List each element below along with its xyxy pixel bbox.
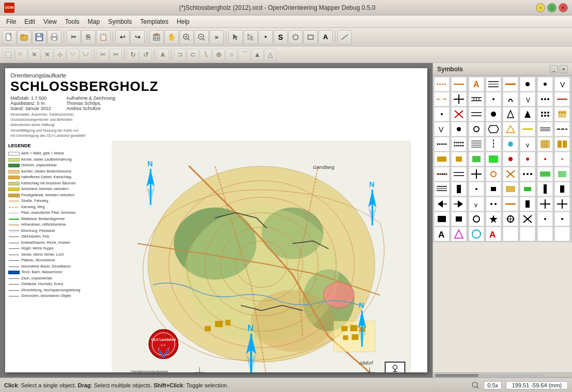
menu-symbols[interactable]: Symbols — [104, 17, 136, 26]
symbol-cell[interactable] — [434, 167, 450, 181]
tb2-rotate[interactable]: ↻ — [127, 49, 139, 61]
symbol-cell[interactable] — [486, 77, 501, 91]
symbol-cell[interactable] — [451, 167, 467, 181]
symbol-cell[interactable] — [469, 182, 484, 196]
menu-help[interactable]: Help — [173, 17, 194, 26]
symbol-cell[interactable] — [469, 167, 484, 181]
symbol-cell[interactable] — [486, 182, 501, 196]
symbol-cell[interactable] — [503, 77, 518, 91]
symbol-cell[interactable] — [451, 77, 467, 91]
tb2-btn4[interactable]: ✕ — [41, 49, 53, 61]
symbol-cell[interactable] — [434, 77, 450, 91]
redo-button[interactable]: ↪ — [130, 30, 145, 44]
symbol-cell[interactable] — [434, 152, 450, 166]
symbol-cell[interactable] — [554, 182, 570, 196]
symbol-cell[interactable] — [486, 167, 501, 181]
map-canvas[interactable]: Orientierungslaufkarte SCHLOSSBERGHOLZ M… — [0, 63, 432, 378]
tb2-close[interactable]: ○ — [225, 49, 238, 61]
symbol-cell[interactable] — [451, 152, 467, 166]
symbol-cell[interactable] — [451, 92, 467, 106]
symbol-cell[interactable] — [486, 212, 501, 226]
symbol-cell[interactable] — [486, 197, 501, 211]
symbol-cell[interactable] — [503, 137, 518, 151]
symbol-cell[interactable] — [451, 137, 467, 151]
symbol-cell[interactable] — [469, 107, 484, 121]
new-button[interactable] — [2, 30, 17, 44]
symbol-cell[interactable] — [469, 212, 484, 226]
symbol-cell[interactable] — [554, 137, 570, 151]
select2-button[interactable] — [243, 30, 258, 44]
circle-tool-button[interactable] — [288, 30, 303, 44]
tb2-btn3[interactable]: ✕ — [28, 49, 40, 61]
symbol-cell[interactable] — [537, 137, 553, 151]
symbol-cell[interactable]: v — [520, 137, 535, 151]
close-button[interactable]: × — [559, 3, 568, 12]
symbol-cell[interactable] — [486, 92, 501, 106]
menu-edit[interactable]: Edit — [20, 17, 39, 26]
cut-button[interactable]: ✂ — [66, 30, 81, 44]
symbol-cell[interactable] — [537, 197, 553, 211]
symbol-cell[interactable] — [451, 212, 467, 226]
symbol-cell[interactable] — [451, 227, 467, 241]
tb2-btn6[interactable] — [67, 49, 79, 61]
symbol-cell[interactable] — [537, 212, 553, 226]
menu-templates[interactable]: Templates — [136, 17, 173, 26]
symbol-cell[interactable] — [434, 212, 450, 226]
symbol-cell[interactable] — [451, 182, 467, 196]
symbol-cell[interactable] — [469, 227, 484, 241]
line-tool-button[interactable] — [337, 30, 352, 44]
symbol-cell[interactable] — [554, 107, 570, 121]
tb2-btn7[interactable] — [80, 49, 92, 61]
tb2-btn2[interactable] — [15, 49, 27, 61]
symbol-cell[interactable] — [554, 122, 570, 136]
symbol-cell[interactable] — [537, 167, 553, 181]
symbol-cell[interactable] — [520, 122, 535, 136]
symbol-cell[interactable] — [520, 197, 535, 211]
symbol-cell[interactable] — [503, 107, 518, 121]
curve-tool-button[interactable]: S — [273, 30, 288, 44]
menu-map[interactable]: Map — [84, 17, 104, 26]
symbol-cell[interactable]: V — [434, 122, 450, 136]
symbols-scrollbar-thumb[interactable] — [435, 374, 478, 377]
menu-tools[interactable]: Tools — [61, 17, 84, 26]
symbol-cell[interactable] — [469, 137, 484, 151]
symbol-cell[interactable] — [520, 167, 535, 181]
tb2-rotate2[interactable]: ↺ — [140, 49, 152, 61]
tb2-text[interactable]: A — [157, 49, 169, 61]
tb2-union[interactable]: ⊃ — [174, 49, 186, 61]
panel-minimize-button[interactable]: _ — [550, 65, 558, 73]
symbol-cell[interactable] — [520, 227, 535, 241]
symbol-cell[interactable] — [434, 182, 450, 196]
paste-button[interactable]: 📋 — [96, 30, 111, 44]
tb2-fill[interactable]: ▲ — [251, 49, 264, 61]
symbol-cell[interactable] — [451, 107, 467, 121]
symbol-cell[interactable] — [537, 107, 553, 121]
symbol-cell[interactable] — [537, 227, 553, 241]
open-button[interactable] — [17, 30, 32, 44]
symbol-cell[interactable] — [520, 107, 535, 121]
symbol-cell[interactable]: A — [486, 227, 501, 241]
point-tool-button[interactable]: • — [258, 30, 273, 44]
symbol-cell[interactable] — [469, 122, 484, 136]
symbol-cell[interactable] — [520, 182, 535, 196]
zoom-in-button[interactable] — [179, 30, 194, 44]
symbol-cell[interactable] — [537, 77, 553, 91]
tb2-btn5[interactable]: ⊹ — [54, 49, 66, 61]
menu-view[interactable]: View — [39, 17, 61, 26]
more-tools-button[interactable]: » — [209, 30, 224, 44]
tb2-subtract[interactable]: ∖ — [199, 49, 212, 61]
symbol-cell[interactable] — [486, 137, 501, 151]
symbol-cell[interactable] — [503, 182, 518, 196]
symbol-cell[interactable] — [434, 107, 450, 121]
select-tool-button[interactable] — [228, 30, 243, 44]
symbols-scroll[interactable]: A V V — [433, 76, 572, 372]
print-button[interactable] — [47, 30, 61, 44]
tb2-xor[interactable]: ⊕ — [212, 49, 225, 61]
menu-file[interactable]: File — [2, 17, 20, 26]
zoom-out-button[interactable] — [194, 30, 209, 44]
grid-button[interactable] — [149, 30, 164, 44]
symbol-cell[interactable] — [537, 152, 553, 166]
symbol-cell[interactable] — [554, 197, 570, 211]
undo-button[interactable]: ↩ — [115, 30, 130, 44]
symbol-cell[interactable]: V — [520, 92, 535, 106]
